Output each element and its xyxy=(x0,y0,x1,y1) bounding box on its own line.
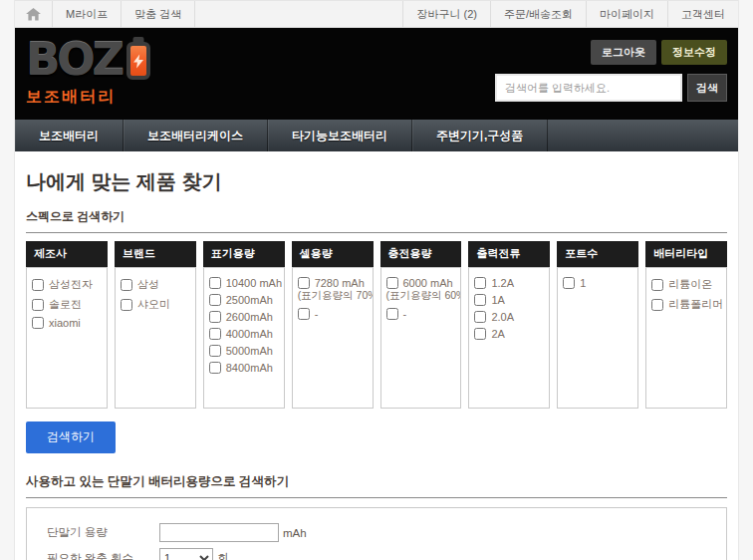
account-buttons: 로그아웃 정보수정 xyxy=(591,40,727,65)
checkbox[interactable] xyxy=(386,308,398,320)
filter-option[interactable]: 샤오미 xyxy=(121,295,190,315)
checkbox[interactable] xyxy=(474,277,486,289)
checkbox[interactable] xyxy=(209,345,221,357)
topbar-link[interactable]: 맞춤 검색 xyxy=(122,1,195,27)
topbar-left-links: M라이프맞춤 검색 xyxy=(53,1,195,27)
battery-lightning-icon xyxy=(126,42,150,80)
checkbox[interactable] xyxy=(209,294,221,306)
search-input[interactable] xyxy=(495,74,682,102)
filter-option[interactable]: 리튬이온 xyxy=(651,275,721,295)
filter-option-label: 10400 mAh xyxy=(226,277,282,289)
filter-header: 충전용량 xyxy=(380,241,462,267)
topbar-link[interactable]: 마이페이지 xyxy=(586,1,667,27)
filter-column: 포트수1 xyxy=(557,241,638,409)
filter-option[interactable]: 8400mAh xyxy=(209,360,279,377)
filter-option[interactable]: 2A xyxy=(474,326,544,343)
filter-grid: 제조사삼성전자솔로전xiaomi브랜드삼성샤오미표기용량10400 mAh250… xyxy=(26,241,727,409)
filter-option-label: 샤오미 xyxy=(137,297,170,312)
filter-option[interactable]: 5000mAh xyxy=(209,343,279,360)
filter-options: 7280 mAh(표기용량의 70%)- xyxy=(292,267,374,409)
filter-option[interactable]: 삼성 xyxy=(121,275,190,295)
checkbox[interactable] xyxy=(209,277,221,289)
checkbox[interactable] xyxy=(32,279,44,291)
nav-item[interactable]: 보조배터리 xyxy=(15,120,124,151)
device-search-form: 단말기 용량 mAh 필요한 완충 횟수 1 회 xyxy=(26,507,727,560)
filter-option[interactable]: 리튬폴리머 xyxy=(651,295,721,315)
filter-option[interactable]: 솔로전 xyxy=(32,295,102,315)
nav-item[interactable]: 보조배터리케이스 xyxy=(124,120,268,151)
checkbox[interactable] xyxy=(209,362,221,374)
filter-option[interactable]: - xyxy=(386,306,456,323)
checkbox[interactable] xyxy=(563,277,575,289)
device-capacity-label: 단말기 용량 xyxy=(47,525,159,540)
site-logo[interactable]: BOZ 보조배터리 xyxy=(26,38,150,108)
filter-options: 삼성샤오미 xyxy=(115,267,196,409)
checkbox[interactable] xyxy=(32,317,44,329)
filter-options: 삼성전자솔로전xiaomi xyxy=(26,267,108,409)
logo-row: BOZ xyxy=(26,38,150,82)
nav-item[interactable]: 타기능보조배터리 xyxy=(268,120,412,151)
topbar-link[interactable]: 주문/배송조회 xyxy=(490,1,586,27)
nav-item[interactable]: 주변기기,구성품 xyxy=(412,120,548,151)
filter-option[interactable]: - xyxy=(298,306,368,323)
filter-header: 제조사 xyxy=(26,241,108,267)
search-button[interactable]: 검색 xyxy=(687,74,727,102)
checkbox[interactable] xyxy=(298,277,310,289)
filter-option[interactable]: 1 xyxy=(563,275,632,292)
checkbox[interactable] xyxy=(121,279,132,291)
header-right: 로그아웃 정보수정 검색 xyxy=(495,38,727,108)
filter-option-label: 1A xyxy=(491,294,504,306)
lightning-bolt-icon xyxy=(133,54,143,69)
filter-option[interactable]: xiaomi xyxy=(32,315,102,332)
filter-option[interactable]: 2.0A xyxy=(474,309,544,326)
filter-option-label: 5000mAh xyxy=(226,345,273,357)
filter-option[interactable]: 삼성전자 xyxy=(32,275,102,295)
checkbox[interactable] xyxy=(32,299,44,311)
filter-option[interactable]: 4000mAh xyxy=(209,326,279,343)
spec-search-button[interactable]: 검색하기 xyxy=(26,421,116,453)
site-header: BOZ 보조배터리 로그아웃 정보수정 검색 xyxy=(15,28,738,120)
logout-button[interactable]: 로그아웃 xyxy=(591,40,656,65)
checkbox[interactable] xyxy=(386,277,398,289)
device-search-title: 사용하고 있는 단말기 배터리용량으로 검색하기 xyxy=(26,473,727,498)
filter-option-note: (표기용량의 60%) xyxy=(386,289,456,303)
filter-option[interactable]: 1A xyxy=(474,292,544,309)
checkbox[interactable] xyxy=(651,299,663,311)
filter-column: 배터리타입리튬이온리튬폴리머 xyxy=(645,241,727,409)
home-icon[interactable] xyxy=(15,1,53,27)
filter-option[interactable]: 1.2A xyxy=(474,275,544,292)
filter-header: 셀용량 xyxy=(292,241,374,267)
filter-option-label: 2A xyxy=(491,328,504,340)
filter-option-label: 1 xyxy=(580,277,586,289)
filter-column: 표기용량10400 mAh2500mAh2600mAh4000mAh5000mA… xyxy=(203,241,285,409)
checkbox[interactable] xyxy=(474,328,486,340)
header-search: 검색 xyxy=(495,74,727,102)
filter-option[interactable]: 2600mAh xyxy=(209,309,279,326)
filter-options: 6000 mAh(표기용량의 60%)- xyxy=(380,267,462,409)
charge-count-select[interactable]: 1 xyxy=(159,548,213,560)
device-capacity-row: 단말기 용량 mAh xyxy=(47,523,706,542)
device-capacity-input[interactable] xyxy=(159,523,279,542)
checkbox[interactable] xyxy=(651,279,663,291)
filter-option-label: 2.0A xyxy=(491,311,514,323)
checkbox[interactable] xyxy=(474,294,486,306)
topbar-link[interactable]: 고객센터 xyxy=(667,1,738,27)
edit-info-button[interactable]: 정보수정 xyxy=(661,40,727,65)
filter-option[interactable]: 10400 mAh xyxy=(209,275,279,292)
checkbox[interactable] xyxy=(474,311,486,323)
filter-header: 출력전류 xyxy=(468,241,550,267)
topbar: M라이프맞춤 검색 장바구니 (2)주문/배송조회마이페이지고객센터 xyxy=(15,0,738,28)
filter-column: 브랜드삼성샤오미 xyxy=(115,241,196,409)
filter-option-note: (표기용량의 70%) xyxy=(298,289,368,303)
filter-option[interactable]: 2500mAh xyxy=(209,292,279,309)
topbar-link[interactable]: 장바구니 (2) xyxy=(402,1,490,27)
checkbox[interactable] xyxy=(121,299,132,311)
capacity-unit-label: mAh xyxy=(283,527,307,539)
filter-option-label: 솔로전 xyxy=(49,297,82,312)
checkbox[interactable] xyxy=(209,328,221,340)
filter-column: 제조사삼성전자솔로전xiaomi xyxy=(26,241,108,409)
checkbox[interactable] xyxy=(298,308,310,320)
filter-option-label: 2500mAh xyxy=(226,294,273,306)
topbar-link[interactable]: M라이프 xyxy=(53,1,122,27)
checkbox[interactable] xyxy=(209,311,221,323)
